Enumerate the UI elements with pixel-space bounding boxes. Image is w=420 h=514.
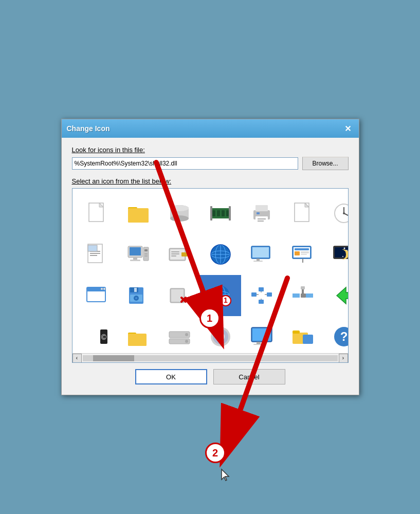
look-for-label: Look for icons in this file: — [72, 146, 349, 154]
svg-rect-42 — [144, 255, 148, 256]
icon-cell-globe-numbered[interactable]: 1 — [200, 275, 241, 316]
svg-rect-34 — [88, 245, 97, 251]
printer-icon — [249, 201, 274, 226]
svg-rect-21 — [258, 221, 264, 222]
icon-cell-blank-doc2[interactable] — [282, 193, 323, 234]
icon-cell-blue-disk[interactable] — [118, 275, 159, 316]
svg-rect-61 — [295, 248, 309, 250]
icon-cell-blue-monitor[interactable] — [241, 234, 282, 275]
svg-rect-122 — [257, 342, 261, 344]
icon-cell-folder-small[interactable] — [118, 316, 159, 357]
svg-rect-18 — [255, 216, 268, 224]
svg-rect-45 — [181, 252, 188, 256]
svg-rect-93 — [267, 292, 272, 297]
svg-rect-121 — [252, 328, 271, 341]
svg-rect-63 — [301, 251, 309, 253]
icon-cell-window-app[interactable] — [77, 275, 118, 316]
svg-rect-20 — [258, 218, 266, 219]
scroll-track[interactable] — [83, 355, 338, 361]
icon-cell-green-arrow[interactable] — [323, 275, 349, 316]
svg-rect-4 — [128, 208, 149, 223]
svg-rect-94 — [259, 287, 264, 291]
cancel-button[interactable]: Cancel — [213, 369, 285, 384]
icon-cell-drive-scan[interactable] — [159, 234, 200, 275]
icon-cell-copyright[interactable]: © — [77, 316, 118, 357]
scroll-thumb[interactable] — [93, 355, 134, 361]
icon-cell-network-arrows[interactable] — [241, 275, 282, 316]
blue-monitor-icon — [249, 242, 274, 267]
svg-rect-14 — [210, 206, 212, 221]
svg-rect-100 — [301, 293, 306, 298]
old-computer-icon — [126, 242, 151, 267]
icon-cell-drive-x[interactable] — [159, 275, 200, 316]
file-row: Browse... — [72, 157, 349, 170]
icon-cell-printer[interactable] — [241, 193, 282, 234]
svg-rect-38 — [130, 260, 140, 261]
svg-rect-17 — [255, 205, 268, 211]
icon-cell-old-computer[interactable] — [118, 234, 159, 275]
icon-cell-drive-flat[interactable] — [159, 316, 200, 357]
icon-cell-circuit[interactable] — [200, 193, 241, 234]
svg-rect-125 — [293, 331, 300, 334]
icon-cell-drive[interactable] — [159, 193, 200, 234]
icon-cell-blank-doc[interactable] — [77, 193, 118, 234]
svg-point-25 — [335, 204, 349, 223]
icon-grid-container[interactable]: 1 — [72, 188, 349, 363]
window-app-icon — [85, 283, 109, 308]
dialog-title: Change Icon — [67, 124, 110, 133]
cd-disc-icon — [208, 324, 233, 349]
svg-rect-57 — [257, 259, 260, 261]
svg-point-68 — [343, 248, 345, 249]
svg-rect-36 — [130, 247, 141, 255]
clock-icon — [332, 201, 349, 226]
monitor-selected-icon — [249, 324, 274, 349]
icon-cell-clock[interactable] — [323, 193, 349, 234]
icon-cell-help[interactable]: ? — [323, 316, 349, 357]
icon-cell-satellite[interactable] — [282, 275, 323, 316]
drive-flat-icon — [167, 324, 192, 349]
svg-text:©: © — [101, 333, 106, 341]
svg-point-70 — [342, 256, 343, 257]
dialog-wrapper: Change Icon ✕ Look for icons in this fil… — [61, 119, 359, 395]
icon-cell-monitor-selected[interactable] — [241, 316, 282, 357]
folder-partial-icon — [290, 324, 315, 349]
icon-cell-globe[interactable] — [200, 234, 241, 275]
blank-doc2-icon — [290, 201, 315, 226]
scrollbar-area: ‹ › — [72, 353, 348, 362]
title-bar: Change Icon ✕ — [62, 119, 359, 138]
folder-small-icon — [126, 324, 151, 349]
svg-rect-46 — [171, 251, 179, 252]
copyright-icon: © — [85, 324, 109, 349]
icon-cell-doc-text[interactable] — [77, 234, 118, 275]
button-row: OK Cancel — [72, 369, 349, 387]
network-arrows-icon — [249, 283, 274, 308]
svg-rect-102 — [306, 293, 313, 298]
scroll-left-button[interactable]: ‹ — [72, 354, 82, 363]
icon-grid: 1 — [72, 189, 348, 363]
svg-rect-101 — [293, 293, 300, 298]
dialog-body: Look for icons in this file: Browse... S… — [62, 138, 359, 395]
file-path-input[interactable] — [72, 157, 298, 170]
browse-button[interactable]: Browse... — [302, 157, 349, 170]
monitor-moon-icon — [332, 242, 349, 267]
svg-rect-92 — [251, 292, 257, 297]
icon-cell-folder[interactable] — [118, 193, 159, 234]
svg-point-114 — [185, 340, 188, 343]
svg-rect-64 — [301, 254, 307, 255]
icon-cell-cd-disc[interactable] — [200, 316, 241, 357]
doc-text-icon — [85, 242, 109, 267]
close-button[interactable]: ✕ — [342, 123, 354, 134]
svg-point-119 — [220, 336, 222, 338]
icon-cell-folder-partial[interactable] — [282, 316, 323, 357]
svg-rect-58 — [253, 261, 263, 262]
drive-3d-icon — [167, 201, 192, 226]
blank-doc-icon — [85, 201, 109, 226]
svg-text:1: 1 — [224, 296, 228, 304]
drive-scan-icon — [167, 242, 192, 267]
svg-rect-62 — [295, 251, 300, 255]
ok-button[interactable]: OK — [135, 369, 207, 384]
mouse-cursor-icon — [221, 468, 233, 483]
icon-cell-presentation[interactable] — [282, 234, 323, 275]
icon-cell-monitor-moon[interactable] — [323, 234, 349, 275]
scroll-right-button[interactable]: › — [339, 354, 348, 363]
